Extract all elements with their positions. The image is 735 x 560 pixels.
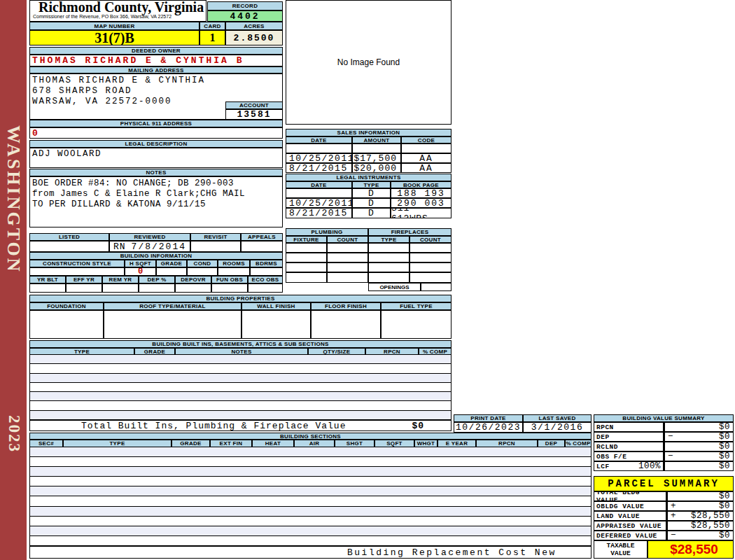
bs-rpcn-header: RPCN	[476, 440, 538, 447]
bs-eyear-header: E YEAR	[438, 440, 476, 447]
empty-row	[30, 477, 591, 486]
appeals-value	[241, 241, 283, 252]
photo-placeholder: No Image Found	[286, 0, 451, 125]
parcel-label: LAND VALUE	[594, 511, 666, 521]
deppct-header: DEP %	[139, 276, 175, 284]
deeded-owner-value: THOMAS RICHARD E & CYNTHIA B	[29, 55, 283, 66]
parcel-op: +	[668, 501, 676, 511]
floor-finish-value	[311, 310, 381, 339]
reviewed-date: 7/8/2014	[132, 241, 186, 252]
deppct-value	[139, 284, 175, 293]
bvs-lcf-pct: 100%	[638, 461, 661, 471]
reviewed-header: REVIEWED	[109, 233, 190, 241]
empty-row	[30, 355, 451, 364]
builtins-qty-header: QTY/SIZE	[308, 348, 365, 355]
footer-row: Building Replacement Cost New	[29, 546, 592, 559]
empty-row	[30, 411, 451, 419]
bvs-value-cell: $0	[664, 461, 734, 471]
instrument-row-type: D	[352, 188, 391, 198]
grade-header: GRADE	[156, 260, 187, 267]
map-number-value: 31(7)B	[29, 30, 200, 46]
openings-label: OPENINGS	[368, 283, 421, 291]
parcel-label: OBLDG VALUE	[594, 501, 666, 511]
taxable-value-label: TAXABLE VALUE	[594, 540, 648, 559]
sales-row-code	[401, 144, 451, 153]
builtins-total-value: $0	[412, 421, 424, 431]
footer-text: Building Replacement Cost New	[347, 547, 556, 558]
bvs-lcf-cell: LCF 100%	[594, 461, 664, 471]
plumbing-cell	[286, 243, 327, 253]
building-sections-header: BUILDING SECTIONS	[29, 433, 592, 440]
sidebar: WASHINGTON 2023	[0, 0, 27, 560]
parcel-label: TOTAL BLDG VALUE	[594, 491, 666, 501]
wall-finish-header: WALL FINISH	[241, 302, 311, 310]
cond-header: COND	[187, 260, 218, 267]
remyr-value	[102, 284, 139, 293]
plumbing-cell	[327, 253, 368, 262]
sales-information-header: SALES INFORMATION	[286, 129, 451, 136]
plumbing-cell	[286, 253, 327, 262]
building-sections-empty-rows	[29, 447, 592, 546]
plumbing-cell	[286, 262, 327, 272]
hsqft-value: 0	[125, 267, 156, 276]
effyr-value	[66, 284, 102, 293]
bdrms-header: BDRMS	[250, 260, 283, 267]
record-value: 4402	[207, 10, 283, 22]
plumbing-cell	[286, 272, 327, 283]
reviewed-by: RN	[113, 241, 126, 252]
sales-date-header: DATE	[286, 136, 352, 144]
notes-block: BOE ORDER #84: NO CHANGE; DB 290-003 fro…	[29, 176, 283, 227]
bvs-value-cell: $0	[664, 442, 734, 451]
bs-air-header: AIR	[294, 440, 335, 447]
legal-description-header: LEGAL DESCRIPTION	[29, 140, 283, 148]
building-properties-header: BUILDING PROPERTIES	[29, 295, 451, 302]
deeded-owner-header: DEEDED OWNER	[29, 47, 283, 55]
empty-row	[30, 507, 591, 517]
builtins-notes-header: NOTES	[175, 348, 308, 355]
bvs-op: −	[665, 432, 673, 442]
fireplace-cell	[368, 262, 410, 272]
empty-row	[30, 457, 591, 467]
depovr-value	[175, 284, 211, 293]
plumbing-header: PLUMBING	[286, 228, 368, 236]
bvs-value: $0	[668, 442, 733, 451]
builtins-total-row: Total Built Ins, Plumbing & Fireplace Va…	[29, 420, 451, 431]
reviewed-value: RN 7/8/2014	[109, 241, 190, 252]
building-value-summary-header: BUILDING VALUE SUMMARY	[594, 414, 734, 422]
roof-header: ROOF TYPE/MATERIAL	[104, 302, 241, 310]
instrument-row-bookpage: 290 003	[391, 198, 451, 208]
ecoobs-value	[248, 284, 283, 293]
bs-heat-header: HEAT	[252, 440, 294, 447]
fireplace-cell	[410, 253, 451, 262]
sales-row-code: AA	[401, 153, 451, 163]
print-date-header: PRINT DATE	[454, 414, 523, 422]
builtins-type-header: TYPE	[29, 348, 134, 355]
parcel-value-cell: − $0	[666, 531, 734, 540]
sales-row-date: 8/21/2015	[286, 163, 352, 173]
print-date-value: 10/26/2023	[454, 422, 523, 433]
listed-value	[29, 241, 109, 252]
last-saved-header: LAST SAVED	[523, 414, 592, 422]
bs-shgt-header: SHGT	[335, 440, 374, 447]
parcel-value: $0	[676, 501, 733, 511]
acres-value: 2.8500	[225, 30, 283, 46]
bs-comp-header: % COMP	[565, 440, 592, 447]
sales-row-code: AA	[401, 163, 451, 173]
bdrms-value	[250, 267, 283, 276]
building-information-header: BUILDING INFORMATION	[29, 252, 283, 260]
plumbing-count-header: COUNT	[327, 236, 368, 243]
instrument-row-bookpage: 188 193	[391, 188, 451, 198]
title-block: Richmond County, Virginia Commissioner o…	[29, 0, 206, 22]
fireplace-cell	[368, 272, 410, 283]
notes-line: TO PER DILLARD & KATONA 9/11/15	[32, 200, 282, 210]
empty-row	[30, 467, 591, 477]
parcel-value-cell: $28,550	[666, 521, 734, 531]
sales-row-date: 10/25/2011	[286, 153, 352, 163]
rooms-header: ROOMS	[218, 260, 250, 267]
parcel-label: APPRAISED VALUE	[594, 521, 666, 531]
depovr-header: DEPOVR	[175, 276, 211, 284]
parcel-value-cell: + $0	[666, 501, 734, 511]
empty-row	[30, 383, 451, 392]
parcel-label: DEFERRED VALUE	[594, 531, 666, 540]
parcel-value-cell: + $28,550	[666, 511, 734, 521]
